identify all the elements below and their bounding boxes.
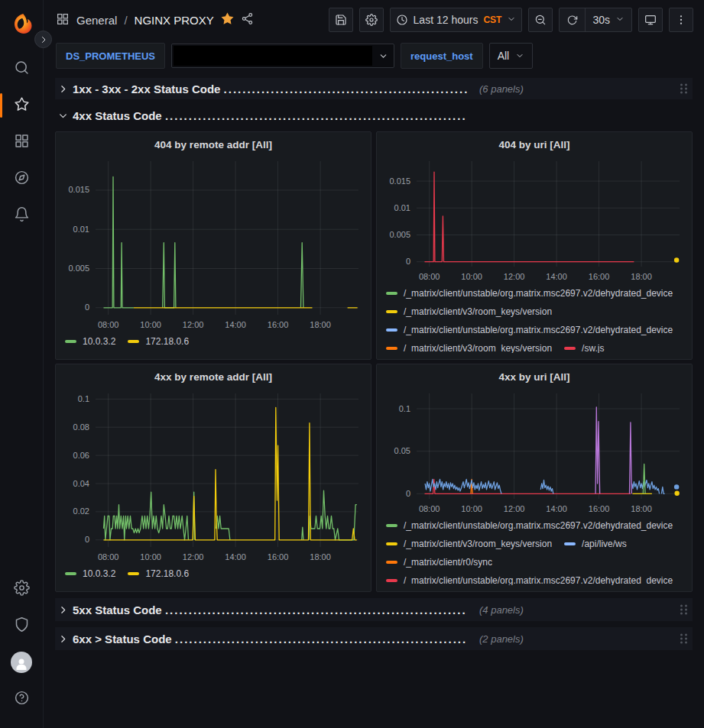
dashboard-settings-button[interactable] xyxy=(359,8,384,32)
legend-series-label: 172.18.0.6 xyxy=(145,336,189,347)
favorite-star-icon[interactable] xyxy=(221,12,234,28)
time-range-picker[interactable]: Last 12 hours CST xyxy=(390,8,523,32)
variable-request-host-label[interactable]: request_host xyxy=(401,43,483,69)
save-icon xyxy=(335,14,347,26)
chevron-right-icon xyxy=(39,35,48,44)
row-leader-dots: ........................................… xyxy=(165,109,467,122)
panel-title[interactable]: 4xx by uri [All] xyxy=(383,369,686,386)
panel-title[interactable]: 4xx by remote addr [All] xyxy=(62,369,365,386)
legend-item[interactable]: /_matrix/client/v3/room_keys/version xyxy=(386,340,552,353)
legend-item[interactable]: 172.18.0.6 xyxy=(128,333,189,350)
dashboard-variables-bar: DS_PROMETHEUS request_host All xyxy=(44,40,704,75)
chevron-right-icon xyxy=(58,634,68,644)
svg-text:18:00: 18:00 xyxy=(631,504,652,513)
row-title: 1xx - 3xx - 2xx Status Code xyxy=(73,83,224,95)
apps-grid-icon xyxy=(14,133,30,152)
row-header-5xx[interactable]: 5xx Status Code ........................… xyxy=(55,598,693,621)
panel-legend: 10.0.3.2172.18.0.6 xyxy=(62,565,365,585)
svg-text:08:00: 08:00 xyxy=(419,504,440,513)
gear-icon xyxy=(14,580,30,599)
legend-item[interactable]: /_matrix/client/unstable/org.matrix.msc2… xyxy=(386,322,673,338)
row-panel-count: (4 panels) xyxy=(479,604,524,616)
legend-item[interactable]: 10.0.3.2 xyxy=(65,333,115,350)
legend-item[interactable]: /_matrix/client/unstable/org.matrix.msc2… xyxy=(386,517,673,534)
legend-item[interactable]: /_matrix/client/v3/room_keys/version xyxy=(386,535,552,552)
row-drag-handle-icon[interactable] xyxy=(680,84,688,94)
svg-text:16:00: 16:00 xyxy=(589,272,610,281)
dashboard-title[interactable]: NGINX PROXY xyxy=(135,14,214,27)
save-dashboard-button[interactable] xyxy=(329,8,353,32)
timeseries-plot[interactable]: 00.0050.010.01508:0010:0012:0014:0016:00… xyxy=(62,154,365,333)
more-options-button[interactable] xyxy=(669,8,693,32)
sidebar-item-help[interactable] xyxy=(0,681,44,717)
zoom-out-button[interactable] xyxy=(528,8,553,32)
svg-text:10:00: 10:00 xyxy=(140,552,161,561)
svg-text:16:00: 16:00 xyxy=(268,552,289,561)
panel-title[interactable]: 404 by uri [All] xyxy=(383,137,686,154)
variable-request-host-select[interactable]: All xyxy=(489,43,534,69)
grafana-app: General / NGINX PROXY La xyxy=(0,0,704,728)
refresh-interval-dropdown[interactable]: 30s xyxy=(585,8,631,31)
legend-item[interactable]: /sw.js xyxy=(564,340,604,353)
svg-text:12:00: 12:00 xyxy=(183,552,204,561)
legend-item[interactable]: /_matrix/client/unstable/org.matrix.msc2… xyxy=(386,285,673,302)
sidebar-item-server-admin[interactable] xyxy=(0,607,44,644)
refresh-button[interactable] xyxy=(560,8,585,31)
legend-series-label: /api/live/ws xyxy=(582,539,627,549)
legend-item[interactable]: /api/live/ws xyxy=(564,535,627,552)
timeseries-plot[interactable]: 00.050.108:0010:0012:0014:0016:0018:00 xyxy=(383,386,686,517)
row-header-6xx[interactable]: 6xx > Status Code ......................… xyxy=(55,627,693,650)
share-icon[interactable] xyxy=(241,12,254,28)
breadcrumb: General / NGINX PROXY xyxy=(56,12,254,28)
svg-text:18:00: 18:00 xyxy=(310,320,331,329)
legend-series-label: /_matrix/client/unstable/org.matrix.msc2… xyxy=(404,325,673,335)
variable-ds-prometheus-select[interactable] xyxy=(171,44,394,68)
variable-request-host-value: All xyxy=(498,50,510,62)
apps-grid-icon[interactable] xyxy=(56,12,70,28)
sidebar-item-configuration[interactable] xyxy=(0,571,44,607)
svg-text:0.015: 0.015 xyxy=(68,185,89,194)
svg-text:0.015: 0.015 xyxy=(389,176,410,186)
row-drag-handle-icon[interactable] xyxy=(680,634,688,644)
chevron-down-icon xyxy=(378,51,388,61)
legend-series-swatch xyxy=(65,572,76,575)
svg-text:14:00: 14:00 xyxy=(225,552,246,561)
cycle-view-button[interactable] xyxy=(638,8,663,32)
panel-title[interactable]: 404 by remote addr [All] xyxy=(62,137,365,154)
breadcrumb-folder[interactable]: General xyxy=(76,14,117,27)
sidebar-item-dashboards[interactable] xyxy=(0,124,44,160)
row-leader-dots: ........................................… xyxy=(224,83,467,95)
sidebar-item-starred[interactable] xyxy=(0,87,44,124)
row-header-1xx-3xx-2xx[interactable]: 1xx - 3xx - 2xx Status Code ............… xyxy=(55,78,693,99)
legend-item[interactable]: /_matrix/client/r0/sync xyxy=(386,554,492,571)
timeseries-plot[interactable]: 00.020.040.060.080.108:0010:0012:0014:00… xyxy=(62,386,365,565)
star-icon xyxy=(14,96,30,115)
row-leader-dots: ........................................… xyxy=(175,633,467,645)
legend-item[interactable]: /_matrix/client/v3/room_keys/version xyxy=(386,303,552,320)
svg-text:0.05: 0.05 xyxy=(394,446,410,455)
sidebar-item-explore[interactable] xyxy=(0,160,44,197)
svg-text:0.01: 0.01 xyxy=(394,203,410,212)
svg-text:14:00: 14:00 xyxy=(225,320,246,329)
svg-text:0.04: 0.04 xyxy=(73,479,89,488)
legend-item[interactable]: /_matrix/client/unstable/org.matrix.msc2… xyxy=(386,572,673,585)
legend-series-swatch xyxy=(128,340,139,343)
legend-item[interactable]: 172.18.0.6 xyxy=(128,565,189,582)
sidebar xyxy=(0,0,44,728)
legend-item[interactable]: 10.0.3.2 xyxy=(65,565,115,582)
chevron-down-icon xyxy=(515,51,524,60)
legend-series-label: /_matrix/client/v3/room_keys/version xyxy=(404,306,552,317)
row-title: 5xx Status Code xyxy=(73,603,165,616)
compass-icon xyxy=(14,170,30,189)
sidebar-item-alerting[interactable] xyxy=(0,197,44,234)
svg-text:12:00: 12:00 xyxy=(504,272,525,281)
row-drag-handle-icon[interactable] xyxy=(680,605,688,615)
row-header-4xx[interactable]: 4xx Status Code ........................… xyxy=(55,105,693,125)
variable-ds-prometheus-label[interactable]: DS_PROMETHEUS xyxy=(56,43,165,69)
sidebar-item-search[interactable] xyxy=(0,50,44,87)
timeseries-plot[interactable]: 00.0050.010.01508:0010:0012:0014:0016:00… xyxy=(383,154,686,285)
legend-series-label: /_matrix/client/unstable/org.matrix.msc2… xyxy=(404,520,673,531)
sidebar-item-profile[interactable] xyxy=(0,644,44,681)
sidebar-expand-button[interactable] xyxy=(34,31,52,48)
chevron-down-icon xyxy=(58,111,68,121)
